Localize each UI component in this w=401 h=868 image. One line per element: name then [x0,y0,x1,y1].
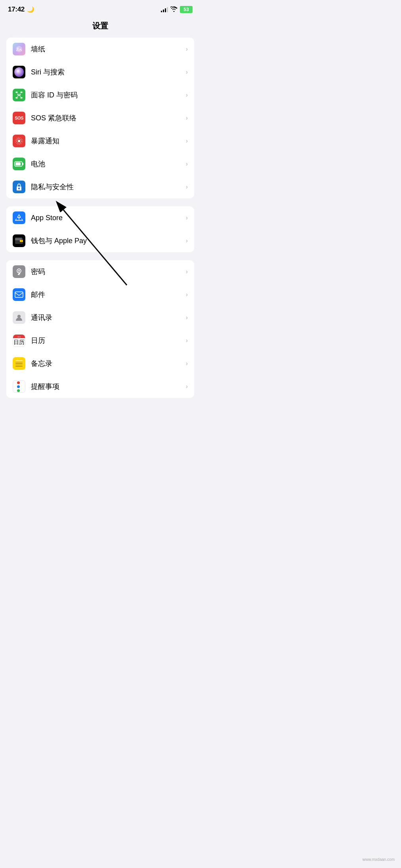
privacy-label: 隐私与安全性 [31,182,183,192]
exposure-row[interactable]: 暴露通知 › [6,129,194,152]
svg-rect-25 [19,273,20,274]
chevron-icon: › [186,291,188,298]
svg-rect-2 [16,92,17,93]
notes-label: 备忘录 [31,359,183,368]
wallpaper-label: 墙纸 [31,44,183,54]
faceid-label: 面容 ID 与密码 [31,90,183,100]
svg-point-7 [20,94,21,95]
passwords-label: 密码 [31,267,183,276]
privacy-row[interactable]: 隐私与安全性 › [6,175,194,198]
chevron-icon: › [186,214,188,221]
appstore-row[interactable]: App Store › [6,206,194,229]
chevron-icon: › [186,183,188,190]
mail-row[interactable]: 邮件 › [6,283,194,306]
chevron-icon: › [186,91,188,99]
reminders-label: 提醒事项 [31,382,183,391]
exposure-label: 暴露通知 [31,136,183,146]
svg-rect-26 [15,292,23,297]
reminders-row[interactable]: 提醒事项 › [6,375,194,398]
signal-icon [161,7,168,12]
status-bar: 17:42 🌙 53 [0,0,200,17]
status-icons: 53 [161,6,193,13]
contacts-label: 通讯录 [31,313,183,322]
svg-rect-4 [16,97,17,98]
svg-point-27 [17,315,21,318]
calendar-label: 日历 [31,336,183,345]
contacts-icon [13,311,25,324]
faceid-row[interactable]: 面容 ID 与密码 › [6,84,194,107]
siri-icon [13,66,25,78]
chevron-icon: › [186,360,188,367]
svg-point-20 [21,240,22,242]
battery-row[interactable]: 电池 › [6,152,194,175]
svg-rect-5 [21,97,22,98]
wallet-label: 钱包与 Apple Pay [31,236,183,246]
faceid-icon [13,89,25,101]
chevron-icon: › [186,383,188,390]
svg-rect-24 [18,274,19,275]
chevron-icon: › [186,160,188,168]
reminders-icon [13,380,25,393]
calendar-row[interactable]: ● ● 日历 日历 › [6,329,194,352]
notes-row[interactable]: 备忘录 › [6,352,194,375]
appstore-label: App Store [31,214,183,222]
svg-point-22 [18,270,20,272]
battery-label: 电池 [31,159,183,169]
settings-group-3: 密码 › 邮件 › [6,260,194,398]
status-time: 17:42 [8,6,25,13]
siri-row[interactable]: Siri 与搜索 › [6,61,194,84]
svg-point-6 [17,94,19,95]
svg-point-0 [16,46,22,52]
exposure-icon [13,135,25,147]
wallpaper-row[interactable]: 墙纸 › [6,38,194,61]
svg-rect-14 [18,188,20,189]
moon-icon: 🌙 [27,6,34,13]
sos-row[interactable]: SOS SOS 紧急联络 › [6,107,194,129]
battery-settings-icon [13,158,25,170]
chevron-icon: › [186,237,188,244]
chevron-icon: › [186,268,188,275]
svg-rect-23 [19,272,19,275]
chevron-icon: › [186,314,188,321]
wifi-icon [170,6,178,13]
wallet-row[interactable]: 钱包与 Apple Pay › [6,229,194,252]
siri-label: Siri 与搜索 [31,67,183,77]
settings-group-2: App Store › 钱包与 Apple Pay › [6,206,194,252]
battery-icon: 53 [180,6,193,13]
svg-rect-3 [21,92,22,93]
svg-point-8 [18,140,20,142]
chevron-icon: › [186,137,188,145]
sos-label: SOS 紧急联络 [31,113,183,123]
calendar-icon: ● ● 日历 [13,334,25,347]
settings-group-1: 墙纸 › Siri 与搜索 › [6,38,194,198]
wallet-icon [13,234,25,247]
battery-level: 53 [183,7,189,12]
svg-rect-12 [22,163,23,165]
mail-icon [13,288,25,301]
svg-point-1 [17,48,19,49]
chevron-icon: › [186,337,188,344]
chevron-icon: › [186,69,188,76]
sos-icon: SOS [13,112,25,124]
chevron-icon: › [186,46,188,53]
page-title: 设置 [0,17,200,38]
passwords-icon [13,265,25,278]
svg-rect-13 [15,162,21,166]
chevron-icon: › [186,114,188,122]
contacts-row[interactable]: 通讯录 › [6,306,194,329]
notes-icon [13,357,25,370]
wallpaper-icon [13,43,25,55]
privacy-icon [13,181,25,193]
mail-label: 邮件 [31,290,183,299]
passwords-row[interactable]: 密码 › [6,260,194,283]
appstore-icon [13,211,25,224]
svg-point-15 [19,219,19,219]
